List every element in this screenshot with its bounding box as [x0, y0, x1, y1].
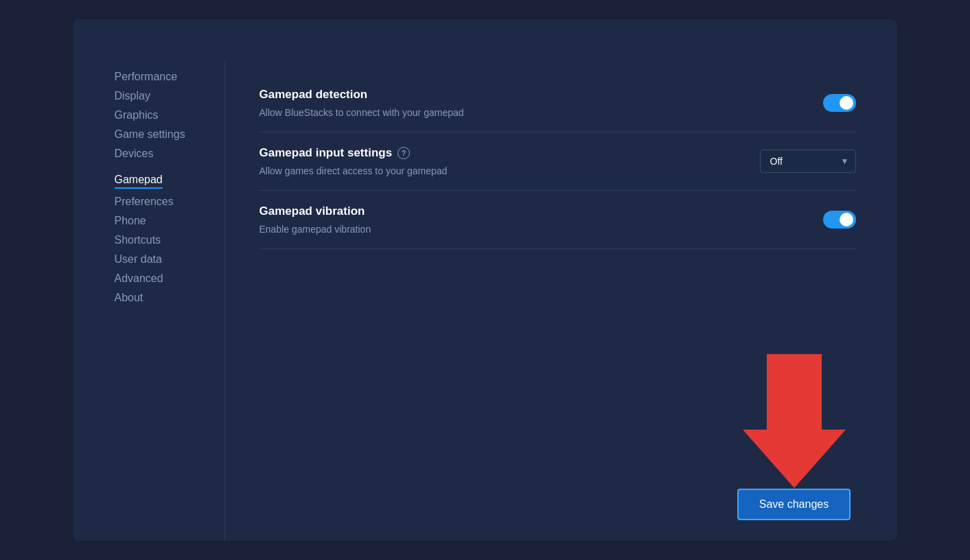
red-arrow-icon — [732, 354, 856, 491]
sidebar: PerformanceDisplayGraphicsGame settingsD… — [73, 60, 224, 541]
toggle-slider-gamepad-vibration — [823, 211, 856, 229]
save-changes-button[interactable]: Save changes — [737, 489, 851, 520]
section-gamepad-detection: Gamepad detectionAllow BlueStacks to con… — [259, 74, 856, 132]
section-text-gamepad-vibration: Gamepad vibrationEnable gamepad vibratio… — [259, 205, 823, 235]
section-row-gamepad-vibration: Gamepad vibrationEnable gamepad vibratio… — [259, 205, 856, 235]
sidebar-item-gamepad[interactable]: Gamepad — [115, 163, 224, 192]
section-desc-gamepad-input: Allow games direct access to your gamepa… — [259, 165, 760, 176]
dropdown-gamepad-input[interactable]: OffOn — [760, 150, 856, 173]
section-gamepad-vibration: Gamepad vibrationEnable gamepad vibratio… — [259, 191, 856, 249]
section-desc-gamepad-detection: Allow BlueStacks to connect with your ga… — [259, 107, 823, 118]
section-title-text-gamepad-detection: Gamepad detection — [259, 88, 368, 102]
section-text-gamepad-input: Gamepad input settings?Allow games direc… — [259, 146, 760, 176]
settings-dialog: PerformanceDisplayGraphicsGame settingsD… — [73, 19, 897, 541]
sidebar-item-about[interactable]: About — [115, 288, 224, 307]
section-title-text-gamepad-input: Gamepad input settings — [259, 146, 393, 160]
section-gamepad-input: Gamepad input settings?Allow games direc… — [259, 132, 856, 191]
toggle-slider-gamepad-detection — [823, 94, 856, 112]
toggle-gamepad-vibration[interactable] — [823, 211, 856, 229]
section-row-gamepad-input: Gamepad input settings?Allow games direc… — [259, 146, 856, 176]
arrow-annotation: Save changes — [732, 354, 856, 520]
svg-marker-0 — [743, 354, 846, 488]
close-button[interactable] — [873, 32, 884, 37]
dropdown-wrapper-gamepad-input: OffOn▼ — [760, 150, 856, 173]
section-title-text-gamepad-vibration: Gamepad vibration — [259, 205, 365, 218]
help-icon-gamepad-input[interactable]: ? — [397, 147, 410, 159]
sidebar-item-devices[interactable]: Devices — [115, 144, 224, 163]
section-title-gamepad-input: Gamepad input settings? — [259, 146, 760, 160]
section-text-gamepad-detection: Gamepad detectionAllow BlueStacks to con… — [259, 88, 823, 118]
sidebar-label-about: About — [115, 285, 143, 310]
section-row-gamepad-detection: Gamepad detectionAllow BlueStacks to con… — [259, 88, 856, 118]
sidebar-label-gamepad: Gamepad — [115, 167, 163, 189]
sidebar-label-devices: Devices — [115, 141, 154, 166]
dialog-title — [73, 19, 897, 60]
section-title-gamepad-vibration: Gamepad vibration — [259, 205, 823, 218]
main-content: Gamepad detectionAllow BlueStacks to con… — [225, 60, 897, 541]
toggle-gamepad-detection[interactable] — [823, 94, 856, 112]
section-desc-gamepad-vibration: Enable gamepad vibration — [259, 224, 823, 235]
section-title-gamepad-detection: Gamepad detection — [259, 88, 823, 102]
dialog-body: PerformanceDisplayGraphicsGame settingsD… — [73, 60, 897, 541]
